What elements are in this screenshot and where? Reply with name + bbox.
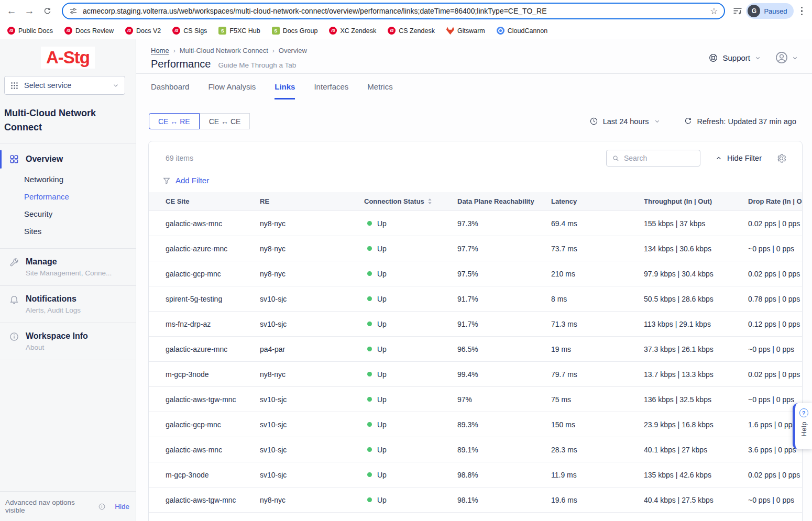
bookmark-favicon [125,27,133,35]
ce-site-link[interactable]: galactic-aws-mnc [166,219,222,228]
column-header-connection-status[interactable]: Connection Status [364,197,457,205]
sidebar-subitem[interactable]: Security [0,205,136,223]
bell-icon [9,294,19,305]
ce-site-link[interactable]: galactic-gcp-mnc [166,420,221,429]
sort-icon[interactable] [427,198,432,205]
status-label: Up [377,446,387,454]
table-search[interactable] [606,150,700,167]
tab-item[interactable]: Flow Analysis [208,82,256,99]
wrench-icon [9,257,19,268]
column-header-throughput[interactable]: Throughput (In | Out) [644,197,748,205]
reachability-value: 91.7% [457,320,551,328]
column-header-re[interactable]: RE [260,197,364,205]
bookmark-item[interactable]: Docs V2 [125,27,161,35]
tab-item[interactable]: Interfaces [314,82,348,99]
ce-site-link[interactable]: ms-fnz-drp-az [166,320,211,328]
sidebar-item-notifications[interactable]: Notifications Alerts, Audit Logs [0,286,136,322]
ce-site-link[interactable]: galactic-azure-mnc [166,345,227,353]
sidebar-item-workspace-info[interactable]: Workspace Info About [0,323,136,359]
refresh-button[interactable]: Refresh: Updated 37 min ago [684,117,796,126]
hide-nav-link[interactable]: Hide [115,503,129,511]
workspace-info-subtitle: About [26,343,88,351]
sidebar-subitem[interactable]: Performance [0,188,136,205]
status-label: Up [377,370,387,379]
sidebar-subitem[interactable]: Networking [0,171,136,188]
bookmark-star-icon[interactable]: ☆ [710,6,718,17]
account-menu[interactable] [775,51,798,64]
bookmark-item[interactable]: CloudCannon [497,27,547,35]
re-value: pa4-par [260,345,364,353]
ce-site-link[interactable]: m-gcp-3node [166,471,209,479]
bookmark-favicon [388,27,396,35]
browser-menu-icon[interactable] [797,4,807,19]
support-menu[interactable]: Support [708,53,761,63]
bookmark-item[interactable]: CS Sigs [172,27,207,35]
reload-icon[interactable] [40,4,54,18]
url-bar[interactable]: acmecorp.staging.volterra.us/web/workspa… [62,3,725,19]
time-range-selector[interactable]: Last 24 hours [589,117,661,126]
site-settings-icon[interactable] [69,7,78,15]
column-header-ce-site[interactable]: CE Site [166,197,260,205]
bookmark-item[interactable]: Docs Group [272,27,318,35]
hide-filter-button[interactable]: Hide Filter [715,154,762,162]
latency-value: 71.3 ms [551,320,644,328]
table-row: galactic-aws-mnc ny8-nyc Up 97.3% 69.4 m… [149,211,802,236]
throughput-value: 40.1 kbps | 27 kbps [644,446,748,454]
bookmark-favicon [218,27,226,35]
guide-me-link[interactable]: Guide Me Through a Tab [218,61,297,69]
re-value: sv10-sjc [260,446,364,454]
bookmark-item[interactable]: Docs Review [64,27,114,35]
browser-profile-button[interactable]: G Paused [746,3,793,19]
bookmark-item[interactable]: Public Docs [7,27,53,35]
connection-status-value: Up [364,345,457,353]
column-header-reachability[interactable]: Data Plane Reachability [457,197,551,205]
table-settings-gear-icon[interactable] [776,153,786,163]
drop-rate-value: 0.12 pps | 0 pps [748,320,802,328]
bookmark-item[interactable]: F5XC Hub [218,27,260,35]
link-type-toggle-button[interactable]: CE ↔ CE [200,113,250,129]
sidebar-item-overview[interactable]: Overview [0,148,136,171]
re-value: sv10-sjc [260,420,364,429]
bookmark-favicon [497,27,504,35]
breadcrumb-item[interactable]: Overview [279,47,307,54]
url-text[interactable]: acmecorp.staging.volterra.us/web/workspa… [83,7,705,15]
media-controls-icon[interactable] [732,6,743,16]
tab-item[interactable]: Links [275,82,295,99]
status-label: Up [377,471,387,479]
bookmark-item[interactable]: XC Zendesk [329,27,376,35]
workspace-info-label: Workspace Info [26,331,88,341]
sidebar-item-manage[interactable]: Manage Site Management, Conne... [0,249,136,284]
ce-site-link[interactable]: galactic-aws-mnc [166,446,222,454]
ce-site-link[interactable]: galactic-aws-tgw-mnc [166,395,236,404]
link-type-toggle-button[interactable]: CE ↔ RE [149,113,200,129]
sidebar-subitem[interactable]: Sites [0,223,136,240]
sidebar-footer: Advanced nav options visible Hide [0,491,136,521]
column-header-latency[interactable]: Latency [551,197,644,205]
ce-site-link[interactable]: galactic-azure-mnc [166,245,227,253]
tab-item[interactable]: Metrics [367,82,392,99]
connection-status-value: Up [364,295,457,303]
tab-item[interactable]: Dashboard [151,82,189,99]
add-filter-button[interactable]: Add Filter [162,176,802,185]
help-tab[interactable]: ? Help [793,403,812,449]
search-input[interactable] [624,154,695,162]
column-header-drop-rate[interactable]: Drop Rate (In | Out) [748,197,802,205]
refresh-status-label: Refresh: Updated 37 min ago [697,117,796,126]
ce-site-link[interactable]: m-gcp-3node [166,370,209,379]
back-icon[interactable]: ← [4,4,19,18]
overview-label: Overview [26,154,63,164]
bookmark-item[interactable]: CS Zendesk [388,27,435,35]
throughput-value: 113 kbps | 29.1 kbps [644,320,748,328]
bookmark-item[interactable]: Gitswarm [446,27,485,35]
ce-site-link[interactable]: galactic-gcp-mnc [166,270,221,278]
status-up-dot-icon [367,397,372,402]
service-selector[interactable]: Select service [4,76,125,95]
status-label: Up [377,245,387,253]
breadcrumb-item[interactable]: Multi-Cloud Network Connect [180,47,268,54]
forward-icon[interactable]: → [22,4,37,18]
page-title: Performance [151,58,211,70]
ce-site-link[interactable]: galactic-aws-tgw-mnc [166,496,236,504]
breadcrumb-item[interactable]: Home [151,47,169,54]
ce-site-link[interactable]: spirent-5g-testing [166,295,222,303]
support-icon [708,53,718,63]
